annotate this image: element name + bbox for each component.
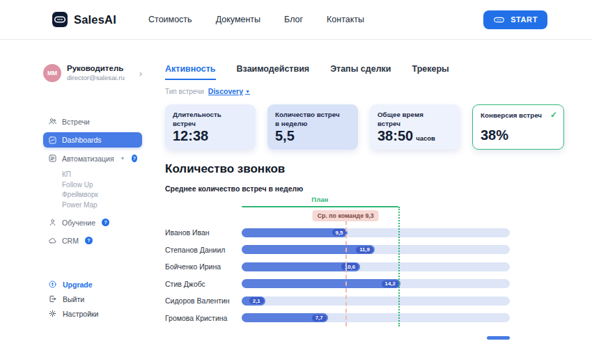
bar-fill: 10,6 <box>242 262 360 271</box>
bar-row-label: Стив Джобс <box>165 280 242 288</box>
bar-fill: 14,2 <box>242 279 400 288</box>
gear-icon <box>48 309 57 318</box>
bar-value-chip: 14,2 <box>382 280 399 287</box>
users-icon <box>48 117 57 126</box>
bar-track: 2,1 <box>242 296 510 306</box>
team-average-badge: Ср. по команде 9,3 <box>313 210 379 221</box>
sidebar-item-dashboards[interactable]: Dashboards <box>43 132 142 148</box>
nav-links: СтоимостьДокументыБлогКонтакты <box>148 15 364 24</box>
bar-row: Бойченко Ирина 10,6 <box>165 258 564 276</box>
meeting-type-filter: Тип встречи Discovery ▼ <box>165 87 564 95</box>
stat-card-value: 5,5 <box>275 128 350 144</box>
bar-row: Громова Кристина 7,7 <box>165 310 564 327</box>
info-badge[interactable]: ? <box>132 155 137 162</box>
tab-trackers[interactable]: Трекеры <box>412 64 449 80</box>
sidebar-item-meetings[interactable]: Встречи <box>43 114 142 129</box>
nav-link-blog[interactable]: Блог <box>284 15 303 24</box>
sidebar: ММ Руководитель director@salesai.ru › Вс… <box>43 64 142 364</box>
profile-name: Руководитель <box>67 64 125 72</box>
stat-card-value: 38% <box>481 127 556 143</box>
sidebar-item-label: Обучение <box>62 219 95 227</box>
stat-card-title: Конверсия встреч <box>481 111 556 120</box>
arrow-up-circle-icon <box>48 280 57 289</box>
nav-link-contacts[interactable]: Контакты <box>327 15 364 24</box>
sidebar-subitem-3[interactable]: Power Map <box>62 200 142 211</box>
bar-row-label: Сидоров Валентин <box>165 296 242 305</box>
chart-subtitle: Среднее количество встреч в неделю <box>165 184 564 193</box>
bar-row-label: Степанов Даниил <box>165 246 242 254</box>
bar-track: 14,2 <box>242 279 510 288</box>
sidebar-spacer <box>43 251 142 280</box>
profile-card[interactable]: ММ Руководитель director@salesai.ru › <box>43 64 142 82</box>
chart-title: Количество звонков <box>165 162 564 176</box>
stat-card-meeting-conversion: ✓ Конверсия встреч 38% <box>472 104 564 150</box>
page: SalesAI СтоимостьДокументыБлогКонтакты S… <box>0 0 592 364</box>
bar-track: 9,5 <box>242 228 510 237</box>
stat-card-value: 38:50часов <box>377 128 453 144</box>
chart-icon <box>48 136 57 145</box>
plan-target-line <box>398 207 400 326</box>
cloud-icon <box>48 236 57 245</box>
layers-icon <box>48 154 57 163</box>
content: ММ Руководитель director@salesai.ru › Вс… <box>0 40 592 364</box>
start-button[interactable]: START <box>483 10 547 29</box>
sidebar-subitem-2[interactable]: Фреймворк <box>62 190 142 200</box>
bar-chart: План Ср. по команде 9,3 Иванов Иван 9,5 … <box>165 196 564 329</box>
plan-label: План <box>311 196 328 203</box>
bar-row: Степанов Даниил 11,9 <box>165 242 564 259</box>
info-badge[interactable]: ? <box>102 219 109 226</box>
scrollbar-thumb[interactable] <box>487 336 510 340</box>
main-panel: АктивностьВзаимодействияЭтапы сделкиТрек… <box>142 64 564 364</box>
bar-row-label: Громова Кристина <box>165 314 242 322</box>
profile-info: Руководитель director@salesai.ru <box>67 64 125 81</box>
logo-text: SalesAI <box>74 13 116 26</box>
sidebar-item-label: Dashboards <box>62 136 102 144</box>
top-navbar: SalesAI СтоимостьДокументыБлогКонтакты S… <box>0 0 592 40</box>
bar-track: 11,9 <box>242 245 510 254</box>
sidebar-subitem-0[interactable]: КП <box>62 170 142 180</box>
bar-fill: 11,9 <box>242 245 375 254</box>
tab-interactions[interactable]: Взаимодействия <box>237 64 310 80</box>
stat-card-title: Общее время встреч <box>377 111 453 128</box>
meeting-type-dropdown[interactable]: Discovery ▼ <box>208 87 250 95</box>
bar-row-label: Иванов Иван <box>165 228 242 237</box>
logo[interactable]: SalesAI <box>52 11 116 28</box>
bar-row: Иванов Иван 9,5 <box>165 224 564 242</box>
chart-scrollbar <box>165 336 510 340</box>
sidebar-footer-upgrade[interactable]: Upgrade <box>43 280 142 289</box>
plan-line <box>242 206 398 207</box>
team-average-line <box>345 221 347 326</box>
sidebar-item-training[interactable]: Обучение ? <box>43 215 142 230</box>
sidebar-item-label: Встречи <box>62 118 90 126</box>
filter-label: Тип встречи <box>165 88 204 95</box>
bar-track: 7,7 <box>242 313 510 322</box>
stat-card-value: 12:38 <box>173 128 248 144</box>
sidebar-sublist: КПFollow UpФреймворкPower Map <box>43 170 142 210</box>
nav-link-pricing[interactable]: Стоимость <box>148 15 192 24</box>
chevron-down-icon: ▼ <box>120 156 125 161</box>
sidebar-item-label: Автоматизация <box>62 155 114 163</box>
sidebar-item-automation[interactable]: Автоматизация ▼ ? <box>43 151 142 166</box>
sidebar-item-label: CRM <box>62 237 79 245</box>
stat-card-total-meeting-time: Общее время встреч 38:50часов <box>370 104 460 150</box>
sidebar-subitem-1[interactable]: Follow Up <box>62 180 142 191</box>
bar-row-label: Бойченко Ирина <box>165 262 242 271</box>
bar-value-chip: 2,1 <box>249 297 264 304</box>
recorder-pill-icon <box>493 14 505 26</box>
caret-down-icon: ▼ <box>245 89 250 94</box>
bar-track: 10,6 <box>242 262 510 271</box>
tab-deal-stages[interactable]: Этапы сделки <box>330 64 391 80</box>
bar-value-chip: 10,6 <box>341 263 359 270</box>
stat-card-title: Количество встреч в неделю <box>275 111 350 128</box>
nav-link-documents[interactable]: Документы <box>216 15 260 24</box>
info-badge[interactable]: ? <box>85 237 93 244</box>
bar-row: Сидоров Валентин 2,1 <box>165 292 564 310</box>
sidebar-item-crm[interactable]: CRM ? <box>43 233 142 248</box>
filter-value: Discovery <box>208 87 243 95</box>
tab-activity[interactable]: Активность <box>165 64 216 80</box>
stat-card-meetings-per-week: Количество встреч в неделю 5,5 <box>267 104 358 150</box>
sidebar-footer-settings[interactable]: Настройки <box>43 309 142 318</box>
start-button-label: START <box>511 15 538 24</box>
bar-fill: 2,1 <box>242 296 265 306</box>
sidebar-footer-logout[interactable]: Выйти <box>43 294 142 303</box>
